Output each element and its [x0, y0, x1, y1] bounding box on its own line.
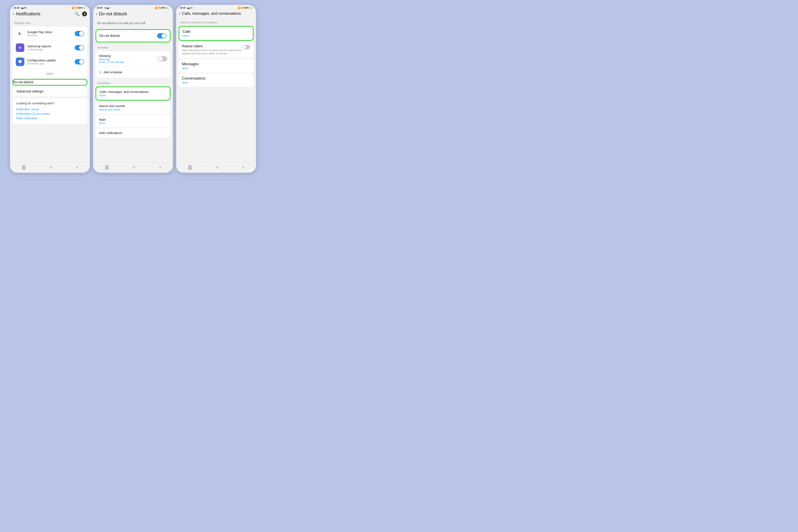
- dnd-info-text: Do not disturb is on until you turn it o…: [93, 19, 173, 28]
- hide-notifications-title: Hide notifications: [99, 131, 167, 135]
- samsung-name: Samsung capture: [27, 44, 75, 48]
- status-left-3: 16:44 📷 ⊙ •: [180, 6, 193, 9]
- messages-title: Messages: [182, 62, 250, 66]
- google-play-sub: Just now: [27, 34, 75, 37]
- do-not-disturb-item[interactable]: Do not disturb: [13, 79, 88, 86]
- battery-text-2: 66%: [161, 6, 166, 9]
- alarms-title: Alarms and sounds: [99, 104, 167, 108]
- alarms-sub: Alarms and media: [99, 108, 167, 111]
- config-name: Configuration update: [27, 58, 75, 62]
- sleeping-every-day: Every day: [99, 58, 110, 61]
- status-time-3: 16:44: [180, 6, 186, 9]
- wifi-icon-1: 🛜: [72, 6, 75, 9]
- info-icon-1[interactable]: ℹ: [82, 12, 87, 16]
- google-play-text: Google Play Store Just now: [27, 30, 75, 37]
- add-plus-icon: +: [99, 70, 101, 75]
- calls-messages-item[interactable]: Calls, messages, and conversations None: [96, 87, 170, 100]
- dnd-toggle[interactable]: [157, 33, 167, 38]
- dnd-toggle-row[interactable]: Do not disturb: [96, 29, 170, 42]
- battery-icon-2: 🔋: [166, 6, 169, 9]
- apps-sub: None: [99, 121, 167, 125]
- list-item-google-play[interactable]: Google Play Store Just now: [13, 26, 88, 41]
- alarms-item[interactable]: Alarms and sounds Alarms and media: [96, 101, 170, 114]
- do-not-disturb-label: Do not disturb: [13, 80, 87, 85]
- advanced-settings-item[interactable]: Advanced settings: [13, 86, 88, 97]
- repeat-callers-item[interactable]: Repeat callers Allow calls when they're …: [178, 41, 253, 58]
- battery-icon-3: 🔋: [249, 6, 252, 9]
- config-toggle[interactable]: [75, 59, 84, 64]
- config-sub: 33 minutes ago: [27, 62, 75, 65]
- add-schedule-label: Add schedule: [103, 70, 122, 74]
- phone-calls: 16:44 📷 ⊙ • 🛜 📶 66% 🔋 ‹ Calls, messages,…: [176, 5, 256, 173]
- nav-back-1[interactable]: ‹: [76, 165, 78, 170]
- sleeping-toggle[interactable]: [158, 56, 167, 61]
- more-button[interactable]: More: [13, 69, 88, 78]
- nav-back-2[interactable]: ‹: [159, 165, 161, 170]
- calls-messages-sub: None: [99, 94, 167, 97]
- flash-notification-link[interactable]: Flash notification: [16, 116, 84, 120]
- google-play-icon: [16, 29, 24, 38]
- calls-sub: None: [183, 34, 250, 37]
- conversations-item[interactable]: Conversations None: [178, 74, 253, 87]
- config-text: Configuration update 33 minutes ago: [27, 58, 75, 65]
- notification-sound-link[interactable]: Notification sound: [16, 107, 84, 112]
- samsung-toggle[interactable]: [75, 45, 84, 50]
- page-title-2: Do not disturb: [99, 11, 170, 17]
- dnd-toggle-label: Do not disturb: [99, 34, 157, 38]
- status-right-1: 🛜 📶 66% 🔋: [72, 6, 86, 9]
- screen-content-1: Recently sent Google Play Store Just now…: [10, 19, 90, 162]
- hide-notifications-item[interactable]: Hide notifications: [96, 128, 170, 137]
- repeat-callers-row: Repeat callers Allow calls when they're …: [182, 44, 250, 56]
- back-button-3[interactable]: ‹: [179, 11, 180, 16]
- list-item-config[interactable]: 💬 Configuration update 33 minutes ago: [13, 55, 88, 69]
- back-button-2[interactable]: ‹: [96, 12, 97, 16]
- google-play-name: Google Play Store: [27, 30, 75, 34]
- signal-icon-1: 📶: [75, 7, 78, 9]
- battery-text-1: 66%: [78, 6, 83, 9]
- looking-card: Looking for something else? Notification…: [13, 98, 88, 124]
- status-time-1: 16:42: [14, 6, 19, 9]
- top-bar-3: ‹ Calls, messages, and conversations: [176, 10, 256, 18]
- screen-content-2: Do not disturb is on until you turn it o…: [93, 19, 173, 162]
- status-bar-3: 16:44 📷 ⊙ • 🛜 📶 66% 🔋: [176, 5, 256, 10]
- list-item-samsung[interactable]: ⊕ Samsung capture 2 minutes ago: [13, 41, 88, 55]
- allow-dnd-label: Allow Do not disturb exceptions: [176, 18, 256, 25]
- status-icons-3: 📷 ⊙ •: [187, 7, 193, 9]
- nav-home-2[interactable]: ○: [133, 165, 135, 170]
- add-schedule-row[interactable]: + Add schedule: [96, 67, 170, 78]
- back-button-1[interactable]: ‹: [13, 12, 14, 16]
- nav-recent-1[interactable]: |||: [22, 165, 25, 170]
- search-icon-1[interactable]: 🔍: [75, 12, 80, 16]
- wifi-icon-2: 🛜: [155, 6, 157, 9]
- top-bar-icons-1: 🔍 ℹ: [75, 12, 87, 16]
- nav-home-3[interactable]: ○: [216, 165, 218, 170]
- phone-notifications: 16:42 📷 ✉ • 🛜 📶 66% 🔋 ‹ Notifications 🔍 …: [10, 5, 90, 173]
- calls-item[interactable]: Calls None: [178, 26, 253, 41]
- google-play-toggle[interactable]: [75, 31, 84, 36]
- sleeping-row[interactable]: Sleeping Every day 22:00 ~ 07:00 next da…: [96, 51, 170, 66]
- status-time-2: 16:43: [97, 6, 102, 9]
- page-title-3: Calls, messages, and conversations: [182, 12, 253, 16]
- lock-screen-link[interactable]: Notifications (Lock screen): [16, 112, 84, 116]
- messages-item[interactable]: Messages None: [178, 59, 253, 73]
- nav-home-1[interactable]: ○: [50, 165, 52, 170]
- schedule-card: Sleeping Every day 22:00 ~ 07:00 next da…: [96, 51, 170, 78]
- signal-icon-3: 📶: [241, 7, 244, 9]
- config-icon: 💬: [16, 57, 24, 66]
- advanced-settings-label[interactable]: Advanced settings: [13, 86, 88, 97]
- status-left-2: 16:43 ⊙ 📷 •: [97, 6, 110, 9]
- samsung-text: Samsung capture 2 minutes ago: [27, 44, 75, 51]
- repeat-callers-toggle[interactable]: [242, 45, 250, 49]
- nav-bar-3: ||| ○ ‹: [176, 162, 256, 173]
- wifi-icon-3: 🛜: [238, 6, 241, 9]
- schedule-label: Schedule: [93, 43, 173, 50]
- phone-dnd: 16:43 ⊙ 📷 • 🛜 📶 66% 🔋 ‹ Do not disturb D…: [93, 5, 173, 173]
- sleeping-title: Sleeping: [99, 54, 158, 57]
- apps-item[interactable]: Apps None: [96, 115, 170, 128]
- nav-recent-2[interactable]: |||: [105, 165, 109, 170]
- nav-back-3[interactable]: ‹: [243, 165, 244, 170]
- nav-bar-1: ||| ○ ‹: [10, 162, 90, 173]
- status-bar-1: 16:42 📷 ✉ • 🛜 📶 66% 🔋: [10, 5, 90, 10]
- nav-recent-3[interactable]: |||: [188, 165, 192, 170]
- top-bar-2: ‹ Do not disturb: [93, 10, 173, 19]
